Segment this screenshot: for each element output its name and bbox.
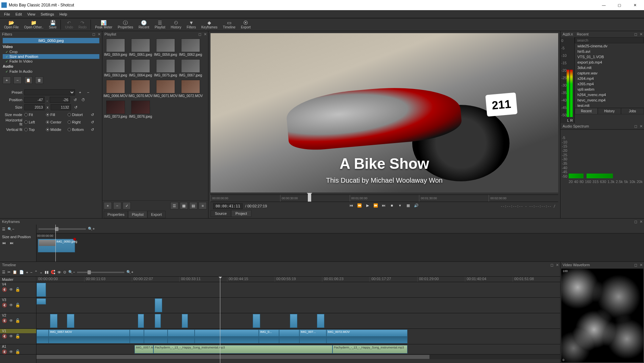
recent-button[interactable]: 🕘Recent: [136, 19, 152, 31]
track-header-v3[interactable]: V3🔇👁🔓: [0, 298, 36, 313]
radio-middle[interactable]: Middle: [46, 128, 66, 132]
project-tab[interactable]: Project: [231, 210, 251, 217]
recent-item[interactable]: hiri5.avi: [575, 49, 644, 54]
radio-center[interactable]: Center: [46, 120, 66, 124]
filter-item[interactable]: Fade In Video: [3, 59, 99, 64]
timeline-playhead[interactable]: [220, 277, 220, 363]
clip[interactable]: Pachyderm_-_13_-_Happy_Song_instrumental…: [153, 345, 332, 354]
stop-icon[interactable]: ■: [389, 203, 395, 209]
clip[interactable]: [36, 330, 49, 343]
panel-close-icon[interactable]: ✕: [203, 31, 207, 37]
tl-scrub-icon[interactable]: 👁: [57, 270, 61, 274]
undo-button[interactable]: ↶Undo: [62, 19, 76, 31]
recent-item[interactable]: 3dlut.mlt: [575, 65, 644, 70]
reset-icon[interactable]: ↺: [89, 127, 95, 133]
timeline-scrollbar[interactable]: [36, 355, 560, 359]
tab-playlist[interactable]: Playlist: [128, 211, 147, 218]
hide-icon[interactable]: 👁: [9, 349, 13, 354]
add-filter-button[interactable]: +: [3, 76, 11, 84]
filter-item[interactable]: Fade In Audio: [3, 69, 99, 74]
tl-overwrite-icon[interactable]: ⌄: [40, 270, 43, 274]
playlist-item[interactable]: IMG_0058.jpeg: [154, 39, 177, 56]
playlist-item[interactable]: IMG_0061.jpeg: [129, 39, 152, 56]
clip[interactable]: [279, 330, 299, 343]
panel-close-icon[interactable]: ✕: [639, 123, 643, 129]
radio-left[interactable]: Left: [24, 120, 44, 124]
clip[interactable]: [67, 314, 74, 328]
clip[interactable]: [50, 314, 57, 328]
export-button[interactable]: ⦿Export: [238, 19, 253, 31]
playlist-item[interactable]: IMG_0070.MOV: [129, 80, 152, 98]
remove-filter-button[interactable]: −: [14, 76, 22, 84]
filter-file[interactable]: IMG_0050.jpeg: [3, 38, 99, 43]
filter-item[interactable]: Crop: [3, 49, 99, 54]
playlist-item[interactable]: IMG_0067.jpeg: [179, 59, 202, 77]
panel-close-icon[interactable]: ✕: [97, 31, 101, 37]
menu-view[interactable]: View: [25, 10, 38, 18]
panel-close-icon[interactable]: ✕: [639, 262, 643, 268]
keyframes-button[interactable]: ◆Keyframes: [199, 19, 220, 31]
open-file-button[interactable]: 📂Open File: [1, 19, 21, 31]
recent-item[interactable]: capture.wav: [575, 70, 644, 76]
master-track-label[interactable]: Master: [0, 277, 36, 282]
source-tab[interactable]: Source: [210, 210, 231, 217]
playlist-item[interactable]: IMG_0071.MOV: [154, 80, 177, 98]
copy-filter-button[interactable]: 📋: [24, 76, 32, 84]
clip[interactable]: [155, 298, 162, 312]
recent-item[interactable]: h264_nvenc.mp4: [575, 92, 644, 97]
close-button[interactable]: ✕: [627, 0, 643, 10]
clip[interactable]: IMG_0057.MO: [134, 345, 153, 354]
kf-next-icon[interactable]: ⏭: [10, 241, 14, 245]
menu-settings[interactable]: Settings: [38, 10, 57, 18]
playlist-item[interactable]: IMG_0062.jpeg: [179, 39, 202, 56]
timeline-lanes[interactable]: 00:00:00:0000:00:11:0300:00:22:0700:00:3…: [36, 277, 560, 363]
view-list-icon[interactable]: ☰: [170, 202, 178, 209]
save-button[interactable]: 💾Save: [46, 19, 59, 31]
clip[interactable]: [144, 330, 168, 343]
reset-icon[interactable]: ↺: [72, 97, 78, 103]
zoom-icon[interactable]: ▾: [397, 203, 403, 209]
kf-prev-icon[interactable]: ⏮: [2, 241, 6, 245]
preset-select[interactable]: [24, 89, 75, 95]
radio-bottom[interactable]: Bottom: [68, 128, 87, 132]
recent-item[interactable]: hevc_nvenc.mp4: [575, 97, 644, 103]
playlist-item[interactable]: IMG_0073.jpeg: [104, 100, 127, 118]
clip[interactable]: IMG_0057.MOV: [49, 330, 130, 343]
hide-icon[interactable]: 👁: [9, 318, 13, 323]
position-x-input[interactable]: [24, 97, 45, 103]
tl-lift-icon[interactable]: ⌃: [34, 270, 38, 274]
playlist-item[interactable]: IMG_0076.jpeg: [129, 100, 152, 118]
playlist-check-button[interactable]: ✓: [123, 202, 131, 209]
lock-icon[interactable]: 🔓: [15, 334, 20, 339]
mute-icon[interactable]: 🔇: [2, 334, 7, 339]
clip[interactable]: [155, 314, 161, 328]
panel-close-icon[interactable]: ✕: [569, 31, 574, 37]
position-y-input[interactable]: [50, 97, 70, 103]
radio-right[interactable]: Right: [68, 120, 87, 124]
rewind-icon[interactable]: ⏪: [357, 203, 362, 209]
playlist-item[interactable]: IMG_0063.jpeg: [104, 59, 127, 77]
panel-close-icon[interactable]: ✕: [639, 31, 643, 37]
reset-icon[interactable]: ↺: [89, 119, 95, 125]
preview-playhead[interactable]: [308, 194, 311, 202]
menu-file[interactable]: File: [1, 10, 13, 18]
track-header-v1[interactable]: V1🔇👁🔓: [0, 329, 36, 344]
playlist-item[interactable]: IMG_0064.jpeg: [129, 59, 152, 77]
recent-item[interactable]: export job.mp4: [575, 60, 644, 65]
peak-meter-button[interactable]: 📊Peak Meter: [92, 19, 115, 31]
size-w-input[interactable]: [24, 104, 45, 110]
tl-paste-icon[interactable]: 📄: [19, 270, 24, 274]
kf-playhead[interactable]: [55, 225, 56, 262]
tl-zoomout-icon[interactable]: 🔍−: [68, 270, 75, 274]
tl-remove-icon[interactable]: −: [30, 270, 32, 274]
panel-close-icon[interactable]: ✕: [639, 219, 643, 225]
preview-ruler[interactable]: 00:00:00:0000:00:30:0000:01:00:0000:01:3…: [210, 195, 558, 202]
recent-item[interactable]: test.mlt: [575, 103, 644, 108]
radio-fill[interactable]: Fill: [46, 113, 66, 117]
kf-zoom-slider[interactable]: [39, 228, 86, 230]
timeline-button[interactable]: ▭Timeline: [220, 19, 238, 31]
preview-viewport[interactable]: 211 A Bike Show This Ducati by Michael W…: [210, 33, 558, 192]
lock-icon[interactable]: 🔓: [15, 349, 20, 354]
minimize-button[interactable]: —: [596, 0, 612, 10]
clip[interactable]: [36, 298, 46, 304]
